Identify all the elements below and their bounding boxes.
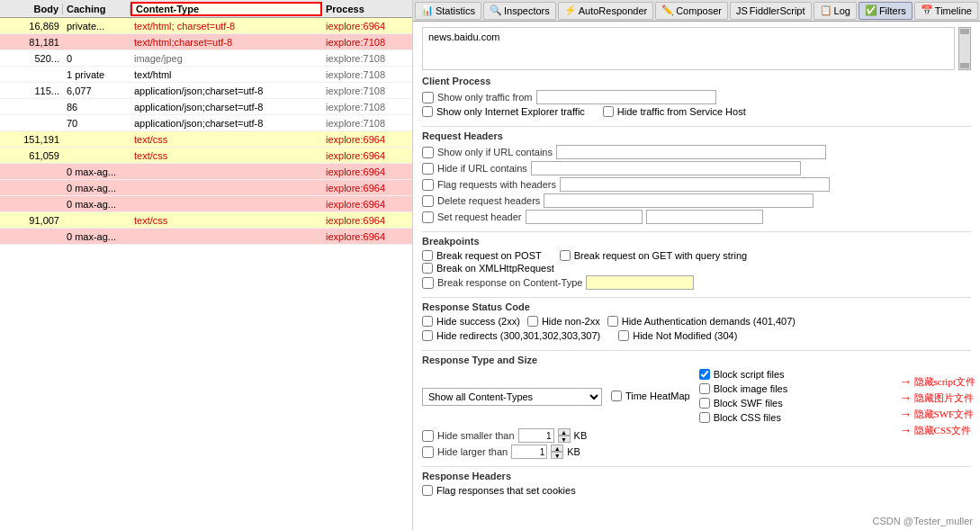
hide-non2xx-row: Hide non-2xx xyxy=(527,316,600,327)
cell-caching: 6,077 xyxy=(63,85,130,96)
table-row[interactable]: 115... 6,077 application/json;charset=ut… xyxy=(0,83,412,99)
hide-smaller-input[interactable] xyxy=(518,428,554,443)
traffic-from-checkbox[interactable] xyxy=(422,92,434,103)
break-get-row: Break request on GET with query string xyxy=(560,250,747,261)
hide-url-input[interactable] xyxy=(531,161,801,175)
hide-redirects-checkbox[interactable] xyxy=(422,330,433,341)
cell-process: iexplore:7108 xyxy=(322,53,412,64)
table-row[interactable]: 151,191 text/css iexplore:6964 xyxy=(0,131,412,148)
autoresponder-icon: ⚡ xyxy=(564,4,577,16)
ie-only-label: Show only Internet Explorer traffic xyxy=(436,106,585,117)
block-script-row: Block script files xyxy=(699,369,788,380)
hide-non2xx-label: Hide non-2xx xyxy=(542,316,600,327)
delete-headers-checkbox[interactable] xyxy=(422,195,434,207)
cell-body: 151,191 xyxy=(0,134,63,145)
table-row[interactable]: 0 max-ag... iexplore:6964 xyxy=(0,196,412,212)
break-post-checkbox[interactable] xyxy=(422,250,433,261)
spin-up-2[interactable]: ▲ xyxy=(551,445,563,452)
cell-content-type: application/json;charset=utf-8 xyxy=(130,102,322,112)
fiddlerscript-button[interactable]: JS FiddlerScript xyxy=(730,2,812,20)
break-xml-checkbox[interactable] xyxy=(422,263,433,274)
block-image-checkbox[interactable] xyxy=(699,383,710,394)
annot-row-2: → 隐藏图片文件 xyxy=(900,391,976,405)
hide-larger-checkbox[interactable] xyxy=(422,446,434,458)
table-row[interactable]: 0 max-ag... iexplore:6964 xyxy=(0,180,412,196)
url-text: news.baidu.com xyxy=(428,31,500,42)
cell-process: iexplore:6964 xyxy=(322,183,412,193)
ie-traffic-row: Show only Internet Explorer traffic Hide… xyxy=(422,106,971,119)
arrow-icon-2: → xyxy=(900,391,913,405)
show-url-checkbox[interactable] xyxy=(422,147,434,158)
composer-button[interactable]: ✏️ Composer xyxy=(655,2,728,20)
statistics-button[interactable]: 📊 Statistics xyxy=(415,2,481,20)
hide-smaller-checkbox[interactable] xyxy=(422,430,434,442)
break-get-checkbox[interactable] xyxy=(560,250,571,261)
hide-larger-spinner[interactable]: ▲ ▼ xyxy=(551,445,563,459)
break-xml-label: Break on XMLHttpRequest xyxy=(436,263,554,274)
set-header-key-input[interactable] xyxy=(526,210,643,224)
table-row[interactable]: 0 max-ag... iexplore:6964 xyxy=(0,229,412,245)
autoresponder-button[interactable]: ⚡ AutoResponder xyxy=(558,2,653,20)
hide-non2xx-checkbox[interactable] xyxy=(527,316,538,327)
timeline-button[interactable]: 📅 Timeline xyxy=(914,2,978,20)
cell-content-type: image/jpeg xyxy=(130,53,322,64)
set-header-val-input[interactable] xyxy=(646,210,763,224)
inspectors-icon: 🔍 xyxy=(490,4,502,16)
block-swf-checkbox[interactable] xyxy=(699,398,710,409)
table-row[interactable]: 16,869 private... text/html; charset=utf… xyxy=(0,18,412,34)
show-url-label: Show only if URL contains xyxy=(437,147,553,157)
fiddlerscript-label: FiddlerScript xyxy=(750,5,805,16)
spin-down-2[interactable]: ▼ xyxy=(551,452,563,459)
table-row[interactable]: 0 max-ag... iexplore:6964 xyxy=(0,164,412,180)
table-row[interactable]: 91,007 text/css iexplore:6964 xyxy=(0,212,412,229)
hide-larger-input[interactable] xyxy=(511,445,547,459)
client-process-title: Client Process xyxy=(422,76,971,86)
spin-down[interactable]: ▼ xyxy=(558,436,571,443)
inspectors-button[interactable]: 🔍 Inspectors xyxy=(483,2,556,20)
table-row[interactable]: 61,059 text/css iexplore:6964 xyxy=(0,148,412,164)
hide-success-checkbox[interactable] xyxy=(422,316,433,327)
cell-body: 520... xyxy=(0,53,63,64)
spin-up[interactable]: ▲ xyxy=(558,428,571,436)
set-header-checkbox[interactable] xyxy=(422,211,434,223)
col-header-body: Body xyxy=(0,4,63,14)
cell-caching: 0 max-ag... xyxy=(63,199,130,210)
log-button[interactable]: 📋 Log xyxy=(814,2,857,20)
hide-auth-checkbox[interactable] xyxy=(607,316,618,327)
flag-cookies-row: Flag responses that set cookies xyxy=(422,485,971,496)
traffic-from-row: Show only traffic from xyxy=(422,90,971,104)
table-row[interactable]: 70 application/json;charset=utf-8 iexplo… xyxy=(0,115,412,131)
block-script-checkbox[interactable] xyxy=(699,369,710,380)
delete-headers-input[interactable] xyxy=(544,193,814,208)
filters-icon: ✅ xyxy=(865,4,877,16)
composer-icon: ✏️ xyxy=(661,4,674,16)
filters-button[interactable]: ✅ Filters xyxy=(859,2,913,20)
table-row[interactable]: 81,181 text/html;charset=utf-8 iexplore:… xyxy=(0,34,412,50)
cell-process: iexplore:6964 xyxy=(322,134,412,145)
ie-only-checkbox[interactable] xyxy=(422,106,433,117)
hide-smaller-spinner[interactable]: ▲ ▼ xyxy=(558,428,571,443)
table-row[interactable]: 1 private text/html iexplore:7108 xyxy=(0,67,412,83)
annot-1: 隐藏script文件 xyxy=(914,375,976,389)
show-url-input[interactable] xyxy=(556,145,826,159)
flag-headers-checkbox[interactable] xyxy=(422,179,434,191)
url-scrollbar[interactable] xyxy=(958,27,971,70)
table-row[interactable]: 520... 0 image/jpeg iexplore:7108 xyxy=(0,50,412,67)
hide-smaller-kb: KB xyxy=(574,430,588,441)
cell-content-type: text/html xyxy=(130,69,322,80)
table-row[interactable]: 86 application/json;charset=utf-8 iexplo… xyxy=(0,99,412,115)
time-heatmap-checkbox[interactable] xyxy=(611,391,622,401)
break-response-checkbox[interactable] xyxy=(422,277,434,289)
request-headers-section: Request Headers Show only if URL contain… xyxy=(422,130,971,224)
block-swf-label: Block SWF files xyxy=(714,398,783,409)
traffic-from-input[interactable] xyxy=(536,90,716,104)
flag-headers-input[interactable] xyxy=(560,177,830,192)
flag-cookies-checkbox[interactable] xyxy=(422,485,433,496)
service-host-row: Hide traffic from Service Host xyxy=(603,106,746,117)
break-response-input[interactable] xyxy=(586,275,694,290)
block-css-checkbox[interactable] xyxy=(699,412,710,423)
hide-not-modified-checkbox[interactable] xyxy=(618,330,629,341)
hide-url-checkbox[interactable] xyxy=(422,163,434,175)
service-host-checkbox[interactable] xyxy=(603,106,614,117)
content-type-select[interactable]: Show all Content-Types xyxy=(422,388,602,406)
